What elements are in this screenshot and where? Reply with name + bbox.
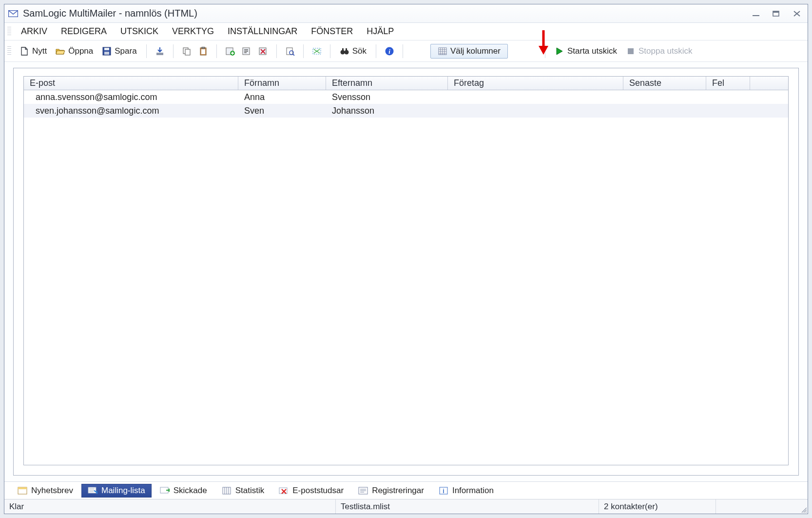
new-file-icon: [19, 47, 29, 56]
toggle-selection-button[interactable]: [309, 44, 324, 59]
tab-label: Nyhetsbrev: [31, 486, 73, 496]
newsletter-icon: [18, 486, 27, 495]
tab-label: Registreringar: [372, 486, 424, 496]
tab-epoststudsar[interactable]: E-poststudsar: [272, 484, 350, 498]
svg-rect-9: [185, 49, 190, 55]
app-window: SamLogic MultiMailer - namnlös (HTML) AR…: [4, 4, 808, 514]
edit-contact-button[interactable]: [239, 44, 254, 59]
preview-button[interactable]: [283, 44, 297, 59]
tab-information[interactable]: i Information: [432, 484, 500, 498]
tab-nyhetsbrev[interactable]: Nyhetsbrev: [11, 484, 79, 498]
copy-button[interactable]: [179, 44, 194, 59]
choose-columns-button[interactable]: Välj kolumner: [430, 44, 508, 59]
svg-rect-29: [18, 487, 27, 489]
toolbar-sep-4: [276, 44, 277, 58]
toolbar: Nytt Öppna Spara: [4, 40, 808, 62]
delete-contact-icon: [258, 47, 268, 56]
col-header-firstname[interactable]: Förnamn: [238, 77, 326, 90]
delete-contact-button[interactable]: [256, 44, 271, 59]
status-left: Klar: [4, 499, 336, 514]
col-header-error[interactable]: Fel: [706, 77, 750, 90]
col-header-company[interactable]: Företag: [448, 77, 623, 90]
magnifier-page-icon: [285, 47, 295, 56]
selection-box-icon: [312, 47, 322, 56]
menu-utskick[interactable]: UTSKICK: [114, 24, 165, 39]
start-sending-button[interactable]: Starta utskick: [551, 44, 620, 59]
grid-header: E-post Förnamn Efternamn Företag Senaste…: [24, 77, 788, 90]
close-button[interactable]: [790, 9, 804, 19]
minimize-button[interactable]: [749, 9, 763, 19]
cell-email: anna.svensson@samlogic.com: [24, 92, 238, 102]
table-row[interactable]: sven.johansson@samlogic.com Sven Johanss…: [24, 104, 788, 118]
cell-lastname: Svensson: [326, 92, 448, 102]
save-button[interactable]: Spara: [98, 44, 140, 59]
tab-statistik[interactable]: Statistik: [215, 484, 271, 498]
contacts-grid[interactable]: E-post Förnamn Efternamn Företag Senaste…: [23, 76, 789, 465]
paste-clipboard-icon: [198, 47, 208, 56]
titlebar: SamLogic MultiMailer - namnlös (HTML): [4, 4, 808, 23]
save-disk-icon: [102, 47, 112, 56]
tab-skickade[interactable]: Skickade: [154, 484, 213, 498]
maximize-button[interactable]: [770, 9, 783, 19]
add-contact-button[interactable]: [223, 44, 237, 59]
tab-label: Statistik: [235, 486, 265, 496]
start-sending-label: Starta utskick: [567, 46, 617, 56]
svg-rect-1: [753, 15, 759, 16]
toolbar-sep-7: [376, 44, 376, 58]
search-button[interactable]: Sök: [336, 44, 370, 59]
new-button[interactable]: Nytt: [16, 44, 50, 59]
cell-firstname: Sven: [238, 106, 326, 116]
search-label: Sök: [352, 46, 367, 56]
col-header-latest[interactable]: Senaste: [623, 77, 706, 90]
toolbar-sep-5: [303, 44, 304, 58]
add-contact-icon: [225, 47, 235, 56]
copy-icon: [182, 47, 192, 56]
toolbar-sep-3: [216, 44, 217, 58]
svg-text:i: i: [443, 488, 444, 495]
svg-rect-27: [628, 48, 634, 54]
open-folder-icon: [56, 47, 65, 56]
col-header-email[interactable]: E-post: [24, 77, 238, 90]
open-button[interactable]: Öppna: [52, 44, 97, 59]
import-button[interactable]: [153, 44, 167, 59]
stop-sending-button[interactable]: Stoppa utskick: [622, 44, 696, 59]
save-label: Spara: [115, 46, 136, 56]
toolbar-grip: [7, 46, 11, 56]
svg-rect-22: [342, 48, 344, 51]
content-area: E-post Förnamn Efternamn Företag Senaste…: [4, 62, 808, 481]
binoculars-icon: [340, 47, 349, 56]
toolbar-sep-1: [146, 44, 147, 58]
menu-hjalp[interactable]: HJÄLP: [360, 24, 401, 39]
menu-arkiv[interactable]: ARKIV: [14, 24, 54, 39]
svg-rect-5: [104, 48, 109, 50]
resize-grip-icon[interactable]: [798, 499, 808, 514]
tab-mailinglist[interactable]: Mailing-lista: [81, 484, 152, 498]
tab-label: E-poststudsar: [292, 486, 344, 496]
registrations-icon: [358, 486, 368, 495]
menu-redigera[interactable]: REDIGERA: [54, 24, 114, 39]
status-file: Testlista.mlist: [336, 499, 599, 514]
paste-button[interactable]: [196, 44, 211, 59]
stop-icon: [626, 47, 636, 56]
menu-verktyg[interactable]: VERKTYG: [165, 24, 221, 39]
menu-fonster[interactable]: FÖNSTER: [304, 24, 360, 39]
toolbar-sep-2: [173, 44, 174, 58]
choose-columns-label: Välj kolumner: [450, 46, 501, 56]
content-panel: E-post Förnamn Efternamn Företag Senaste…: [13, 68, 799, 476]
mailinglist-icon: [88, 486, 97, 495]
cell-email: sven.johansson@samlogic.com: [24, 106, 238, 116]
info-button[interactable]: i: [382, 44, 397, 59]
toolbar-sep-9: [545, 44, 545, 58]
toolbar-sep-6: [330, 44, 330, 58]
window-title: SamLogic MultiMailer - namnlös (HTML): [23, 8, 197, 19]
col-header-lastname[interactable]: Efternamn: [326, 77, 448, 90]
stop-sending-label: Stoppa utskick: [638, 46, 693, 56]
edit-contact-icon: [242, 47, 251, 56]
tab-registreringar[interactable]: Registreringar: [352, 484, 430, 498]
table-row[interactable]: anna.svensson@samlogic.com Anna Svensson: [24, 90, 788, 104]
svg-rect-23: [346, 48, 347, 51]
sent-icon: [160, 486, 170, 495]
svg-rect-3: [773, 11, 779, 13]
menu-installningar[interactable]: INSTÄLLNINGAR: [221, 24, 304, 39]
svg-rect-12: [201, 49, 205, 54]
